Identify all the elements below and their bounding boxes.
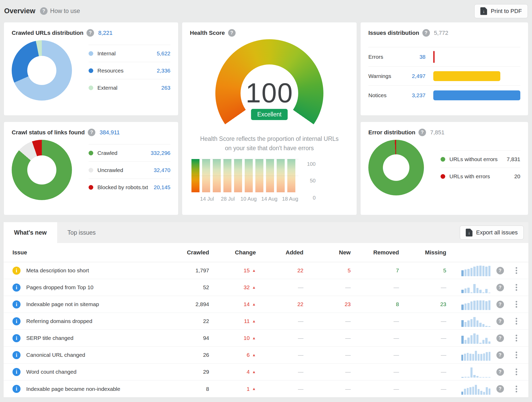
crawled-count: 1,797 — [165, 267, 209, 274]
missing-count: 5 — [399, 267, 446, 274]
row-menu-kebab-icon[interactable] — [516, 287, 517, 288]
export-all-issues-button[interactable]: Export all issues — [460, 226, 524, 240]
missing-count: — — [399, 369, 446, 375]
legend-label: Resources — [97, 68, 123, 74]
issue-type-count[interactable]: 2,497 — [402, 73, 425, 79]
change-value: 11 — [244, 318, 250, 324]
legend-value[interactable]: 20,145 — [154, 184, 170, 190]
col-crawled: Crawled — [165, 249, 209, 256]
table-row: Pages dropped from Top 10 52 32 ▲ — — — … — [4, 279, 528, 296]
help-icon[interactable] — [422, 29, 430, 37]
card-title: Health Score — [190, 30, 225, 36]
issue-type-count[interactable]: 38 — [402, 54, 425, 60]
legend-label: URLs with errors — [449, 173, 490, 180]
missing-count: — — [399, 335, 446, 341]
row-menu-kebab-icon[interactable] — [516, 354, 517, 356]
legend-row: URLs with errors 20 — [441, 168, 520, 185]
legend-label: URLs without errors — [449, 156, 498, 162]
row-menu-kebab-icon[interactable] — [516, 304, 517, 305]
legend-row: Uncrawled 32,470 — [89, 161, 170, 179]
how-to-use-label: How to use — [50, 8, 80, 15]
issue-help-icon[interactable] — [496, 301, 504, 308]
row-menu-kebab-icon[interactable] — [516, 270, 517, 271]
change-value: 14 — [244, 301, 250, 307]
issue-link[interactable]: Pages dropped from Top 10 — [26, 284, 94, 291]
change-cell: 14 ▲ — [209, 301, 256, 307]
legend-value[interactable]: 332,296 — [151, 150, 170, 156]
change-value: 6 — [247, 352, 250, 358]
error-distribution-donut-chart — [368, 140, 424, 195]
health-score-value: 100 — [190, 77, 349, 109]
issue-severity-icon — [12, 351, 21, 359]
issue-type-count[interactable]: 3,237 — [402, 92, 425, 98]
issue-trend-sparkline — [461, 265, 490, 276]
row-menu-kebab-icon[interactable] — [516, 371, 517, 373]
issue-help-icon[interactable] — [496, 284, 504, 291]
issue-cell: Indexable page became non-indexable — [12, 385, 165, 393]
legend-dot — [89, 185, 93, 190]
legend-value[interactable]: 263 — [161, 85, 170, 91]
help-icon[interactable] — [88, 129, 95, 136]
legend-row: Internal 5,622 — [89, 45, 170, 62]
col-issue: Issue — [12, 249, 165, 256]
change-value: 32 — [244, 284, 250, 291]
help-icon[interactable] — [87, 29, 94, 37]
legend-value[interactable]: 32,470 — [154, 167, 170, 173]
legend-dot — [441, 157, 445, 162]
legend-row: URLs without errors 7,831 — [441, 150, 520, 168]
added-count: 22 — [256, 267, 303, 274]
issue-trend-sparkline — [461, 349, 490, 361]
issue-link[interactable]: Indexable page not in sitemap — [26, 301, 99, 307]
issue-help-icon[interactable] — [496, 267, 504, 274]
legend-value[interactable]: 5,622 — [157, 50, 170, 57]
legend-row: Resources 2,336 — [89, 62, 170, 79]
row-menu-kebab-icon[interactable] — [516, 388, 517, 390]
added-count: — — [256, 369, 303, 375]
card-total[interactable]: 8,221 — [98, 30, 112, 36]
issue-help-icon[interactable] — [496, 334, 504, 342]
issue-help-icon[interactable] — [496, 385, 504, 393]
crawled-count: 8 — [165, 386, 209, 392]
sparkline-cell — [446, 366, 490, 378]
legend-label: Blocked by robots.txt — [97, 184, 148, 190]
legend-label: Internal — [97, 50, 116, 57]
issue-help-icon[interactable] — [496, 368, 504, 376]
issue-cell: Meta description too short — [12, 267, 165, 275]
table-row: Meta description too short 1,797 15 ▲ 22… — [4, 262, 528, 279]
health-score-gauge: 100 Excellent — [190, 39, 349, 131]
added-count: 22 — [256, 301, 303, 307]
row-menu-kebab-icon[interactable] — [516, 320, 517, 322]
sparkline-cell — [446, 282, 490, 293]
issue-link[interactable]: Indexable page became non-indexable — [26, 386, 120, 392]
help-icon[interactable] — [418, 129, 426, 136]
help-icon[interactable] — [228, 29, 236, 37]
issue-link[interactable]: SERP title changed — [26, 335, 74, 341]
row-menu-kebab-icon[interactable] — [516, 337, 517, 339]
change-cell: 15 ▲ — [209, 267, 256, 274]
legend-label: Uncrawled — [97, 167, 123, 173]
change-cell: 1 ▲ — [209, 386, 256, 392]
how-to-use-link[interactable]: How to use — [40, 7, 80, 15]
sparkline-cell — [446, 332, 490, 344]
card-total[interactable]: 384,911 — [99, 129, 120, 136]
col-added: Added — [256, 249, 303, 256]
issue-type-label: Warnings — [368, 73, 402, 79]
card-title: Crawled URLs distribution — [12, 30, 83, 36]
tab-top-issues[interactable]: Top issues — [57, 222, 106, 243]
print-to-pdf-button[interactable]: Print to PDF — [474, 4, 528, 18]
new-count: — — [303, 335, 351, 341]
change-cell: 4 ▲ — [209, 369, 256, 375]
issue-link[interactable]: Referring domains dropped — [26, 318, 92, 324]
issue-link[interactable]: Word count changed — [26, 369, 76, 375]
crawled-count: 29 — [165, 369, 209, 375]
legend-dot — [89, 68, 93, 73]
issue-distribution-row: Notices 3,237 — [368, 85, 520, 105]
tab-whats-new[interactable]: What's new — [4, 222, 57, 243]
legend-dot — [89, 51, 93, 56]
issue-help-icon[interactable] — [496, 318, 504, 325]
legend-value[interactable]: 2,336 — [157, 68, 170, 74]
issue-help-icon[interactable] — [496, 351, 504, 359]
issue-trend-sparkline — [461, 299, 490, 310]
issue-link[interactable]: Meta description too short — [26, 267, 89, 274]
issue-link[interactable]: Canonical URL changed — [26, 352, 85, 358]
